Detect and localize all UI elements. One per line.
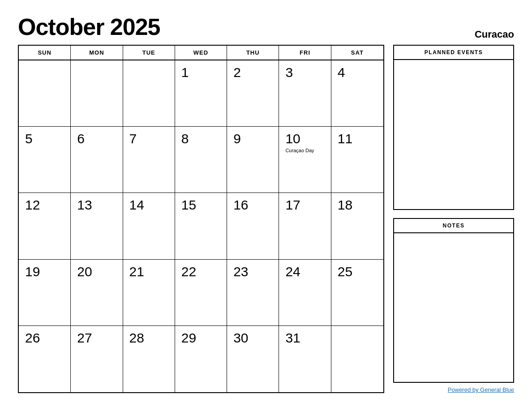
region-title: Curacao [475, 29, 514, 40]
day-number: 25 [338, 264, 377, 279]
day-cell: 3 [279, 60, 331, 127]
day-number: 16 [233, 197, 272, 212]
day-cell: 6 [71, 127, 123, 193]
notes-header: NOTES [394, 219, 513, 233]
day-number: 11 [338, 131, 377, 146]
day-header-wed: WED [175, 46, 227, 60]
day-cell: 19 [19, 260, 71, 326]
day-number: 26 [25, 330, 64, 345]
day-cell: 12 [19, 193, 71, 259]
day-cell: 11 [331, 127, 383, 193]
day-number: 14 [129, 197, 168, 212]
day-number: 7 [129, 131, 168, 146]
day-number: 6 [77, 131, 116, 146]
day-number: 28 [129, 330, 168, 345]
day-number: 9 [233, 131, 272, 146]
day-number: 24 [285, 264, 324, 279]
day-number: 2 [233, 65, 272, 80]
day-number: 30 [233, 330, 272, 345]
day-cell: 1 [175, 60, 227, 127]
notes-content [394, 233, 513, 382]
day-number: 13 [77, 197, 116, 212]
day-number: 27 [77, 330, 116, 345]
day-number: 8 [181, 131, 220, 146]
day-cell: 17 [279, 193, 331, 259]
day-number: 29 [181, 330, 220, 345]
month-title: October 2025 [18, 13, 160, 40]
day-number: 4 [338, 65, 377, 80]
day-cell [123, 60, 175, 127]
day-cell: 22 [175, 260, 227, 326]
side-section: PLANNED EVENTS NOTES Powered by General … [393, 45, 514, 393]
day-header-tue: TUE [123, 46, 175, 60]
day-cell: 28 [123, 326, 175, 392]
day-cell: 23 [227, 260, 279, 326]
planned-events-content [394, 60, 513, 209]
day-cell: 24 [279, 260, 331, 326]
day-cell: 9 [227, 127, 279, 193]
main-content: SUNMONTUEWEDTHUFRISAT 12345678910Curaçao… [18, 45, 514, 393]
day-number: 18 [338, 197, 377, 212]
day-cell: 8 [175, 127, 227, 193]
day-number: 15 [181, 197, 220, 212]
day-number: 1 [181, 65, 220, 80]
calendar-section: SUNMONTUEWEDTHUFRISAT 12345678910Curaçao… [18, 45, 384, 393]
day-header-thu: THU [227, 46, 279, 60]
day-cell [331, 326, 383, 392]
day-cell: 5 [19, 127, 71, 193]
day-cell [71, 60, 123, 127]
day-cell: 16 [227, 193, 279, 259]
day-cell: 27 [71, 326, 123, 392]
day-header-sat: SAT [331, 46, 383, 60]
day-cell: 18 [331, 193, 383, 259]
day-number: 21 [129, 264, 168, 279]
day-number: 20 [77, 264, 116, 279]
notes-box: NOTES [393, 218, 514, 383]
day-number: 23 [233, 264, 272, 279]
day-cell: 25 [331, 260, 383, 326]
day-cell: 4 [331, 60, 383, 127]
day-cell: 31 [279, 326, 331, 392]
day-header-fri: FRI [279, 46, 331, 60]
day-number: 19 [25, 264, 64, 279]
day-header-sun: SUN [19, 46, 71, 60]
calendar-grid: 12345678910Curaçao Day111213141516171819… [19, 60, 383, 392]
planned-events-header: PLANNED EVENTS [394, 46, 513, 60]
day-cell: 13 [71, 193, 123, 259]
day-cell: 7 [123, 127, 175, 193]
day-cell: 10Curaçao Day [279, 127, 331, 193]
day-event: Curaçao Day [285, 148, 324, 153]
calendar-header: SUNMONTUEWEDTHUFRISAT [19, 46, 383, 60]
day-cell: 29 [175, 326, 227, 392]
day-cell: 20 [71, 260, 123, 326]
day-cell: 26 [19, 326, 71, 392]
day-number: 5 [25, 131, 64, 146]
day-number: 3 [285, 65, 324, 80]
planned-events-box: PLANNED EVENTS [393, 45, 514, 210]
day-number: 31 [285, 330, 324, 345]
day-cell: 30 [227, 326, 279, 392]
powered-by: Powered by General Blue [393, 386, 514, 393]
day-number: 10 [285, 131, 324, 146]
powered-by-link[interactable]: Powered by General Blue [448, 386, 514, 393]
day-header-mon: MON [71, 46, 123, 60]
day-number: 22 [181, 264, 220, 279]
day-number: 17 [285, 197, 324, 212]
day-cell [19, 60, 71, 127]
day-cell: 15 [175, 193, 227, 259]
day-cell: 21 [123, 260, 175, 326]
day-number: 12 [25, 197, 64, 212]
day-cell: 14 [123, 193, 175, 259]
day-cell: 2 [227, 60, 279, 127]
